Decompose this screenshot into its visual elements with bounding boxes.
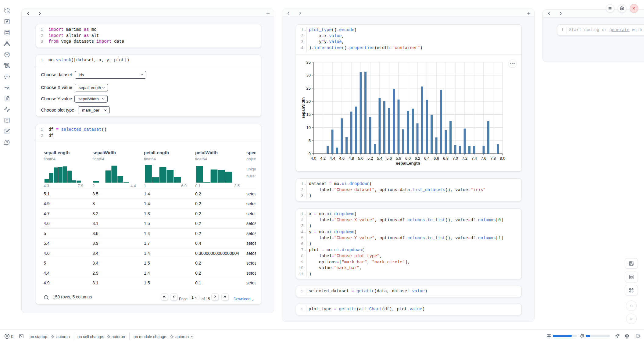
svg-text:8.0: 8.0 bbox=[500, 156, 505, 161]
svg-text:4.4: 4.4 bbox=[330, 156, 335, 161]
svg-text:6.6: 6.6 bbox=[434, 156, 439, 161]
svg-text:5: 5 bbox=[309, 138, 311, 143]
svg-text:4.8: 4.8 bbox=[349, 156, 354, 161]
svg-text:7.0: 7.0 bbox=[453, 156, 458, 161]
svg-text:4.6: 4.6 bbox=[339, 156, 345, 161]
svg-text:5.6: 5.6 bbox=[386, 156, 392, 161]
svg-text:7.2: 7.2 bbox=[462, 156, 467, 161]
svg-text:5.0: 5.0 bbox=[358, 156, 363, 161]
svg-text:6.0: 6.0 bbox=[405, 156, 411, 161]
svg-text:35: 35 bbox=[306, 60, 311, 65]
svg-text:5.2: 5.2 bbox=[367, 156, 373, 161]
svg-text:5.8: 5.8 bbox=[396, 156, 401, 161]
svg-text:0: 0 bbox=[309, 151, 311, 156]
svg-text:4.0: 4.0 bbox=[311, 156, 316, 161]
svg-text:5.4: 5.4 bbox=[377, 156, 382, 161]
svg-text:20: 20 bbox=[306, 99, 311, 104]
svg-text:7.4: 7.4 bbox=[471, 156, 477, 161]
svg-text:30: 30 bbox=[306, 73, 311, 77]
svg-text:sepalWidth: sepalWidth bbox=[301, 97, 306, 118]
svg-text:6.2: 6.2 bbox=[415, 156, 420, 161]
svg-text:10: 10 bbox=[306, 125, 311, 130]
svg-text:6.4: 6.4 bbox=[424, 156, 430, 161]
svg-text:6.8: 6.8 bbox=[443, 156, 449, 161]
svg-text:25: 25 bbox=[306, 86, 311, 91]
svg-text:7.8: 7.8 bbox=[490, 156, 496, 161]
svg-text:15: 15 bbox=[306, 112, 311, 117]
svg-text:sepalLength: sepalLength bbox=[396, 161, 420, 166]
svg-text:7.6: 7.6 bbox=[481, 156, 486, 161]
svg-text:4.2: 4.2 bbox=[320, 156, 326, 161]
